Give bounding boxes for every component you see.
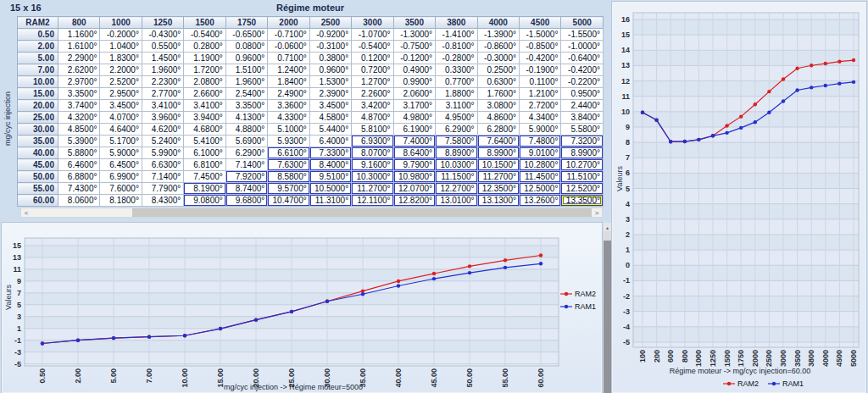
map-cell[interactable]: 3.8400° <box>561 112 604 124</box>
map-cell[interactable]: 8.4000° <box>309 159 351 171</box>
map-cell[interactable]: 4.6800° <box>184 124 225 136</box>
map-cell[interactable]: 2.7200° <box>519 100 560 112</box>
map-cell[interactable]: 4.9800° <box>393 112 435 124</box>
map-cell[interactable]: 5.9000° <box>100 147 142 159</box>
map-cell[interactable]: 3.7400° <box>58 100 100 112</box>
column-header[interactable]: 1250 <box>142 17 183 29</box>
map-cell[interactable]: 3.9400° <box>184 112 225 124</box>
row-header[interactable]: 60.00 <box>18 195 58 207</box>
row-header[interactable]: 25.00 <box>18 112 58 124</box>
scroll-left-button[interactable]: < <box>21 208 31 217</box>
map-cell[interactable]: 6.9900° <box>100 171 142 183</box>
map-cell[interactable]: 11.1500° <box>436 171 477 183</box>
map-cell[interactable]: 2.0800° <box>184 76 225 88</box>
map-cell[interactable]: 1.5100° <box>225 64 267 76</box>
map-cell[interactable]: -0.4200° <box>561 64 604 76</box>
map-cell[interactable]: -0.4300° <box>142 29 183 41</box>
map-cell[interactable]: 7.9200° <box>225 171 267 183</box>
map-cell[interactable]: 7.4300° <box>58 183 100 195</box>
map-cell[interactable]: 7.6000° <box>100 183 142 195</box>
map-cell[interactable]: 10.0300° <box>436 159 477 171</box>
map-cell[interactable]: 8.1900° <box>184 183 225 195</box>
map-cell[interactable]: -0.9200° <box>309 29 351 41</box>
map-cell[interactable]: 2.5200° <box>100 76 142 88</box>
map-cell[interactable]: 1.8800° <box>436 88 477 100</box>
map-cell[interactable]: 6.4500° <box>100 159 142 171</box>
map-cell[interactable]: 11.2700° <box>352 183 393 195</box>
map-cell[interactable]: 8.9900° <box>561 147 604 159</box>
column-header[interactable]: 2000 <box>268 17 309 29</box>
map-cell[interactable]: -0.6500° <box>225 29 267 41</box>
scroll-up-button[interactable]: ▴ <box>604 223 611 231</box>
map-cell[interactable]: 4.6400° <box>100 124 142 136</box>
row-header[interactable]: 50.00 <box>18 171 58 183</box>
vertical-scrollbar-thumb[interactable] <box>604 241 611 393</box>
row-header[interactable]: 20.00 <box>18 100 58 112</box>
map-cell[interactable]: -0.4200° <box>519 53 560 64</box>
row-header[interactable]: 10.00 <box>18 76 58 88</box>
column-header[interactable]: 4000 <box>477 17 519 29</box>
map-cell[interactable]: 13.2600° <box>519 195 560 207</box>
map-cell[interactable]: 12.5200° <box>561 183 604 195</box>
map-cell[interactable]: 11.3100° <box>309 195 351 207</box>
row-header[interactable]: 0.50 <box>18 29 58 41</box>
map-cell[interactable]: 1.0400° <box>100 41 142 53</box>
map-cell[interactable]: 2.3900° <box>309 88 351 100</box>
map-cell[interactable]: 7.6400° <box>477 136 519 147</box>
column-header[interactable]: 1000 <box>100 17 142 29</box>
map-cell[interactable]: 0.2800° <box>184 41 225 53</box>
map-cell[interactable]: 4.3400° <box>519 112 560 124</box>
map-cell[interactable]: 5.9000° <box>519 124 560 136</box>
map-cell[interactable]: 3.0800° <box>477 100 519 112</box>
map-cell[interactable]: 9.7900° <box>393 159 435 171</box>
map-cell[interactable]: 3.3600° <box>268 100 309 112</box>
map-cell[interactable]: 8.4300° <box>142 195 183 207</box>
map-cell[interactable]: 12.2700° <box>436 183 477 195</box>
map-cell[interactable]: 2.9500° <box>100 88 142 100</box>
column-header[interactable]: 3800 <box>436 17 477 29</box>
map-cell[interactable]: 10.3000° <box>352 171 393 183</box>
map-cell[interactable]: 9.1600° <box>352 159 393 171</box>
map-cell[interactable]: 0.7100° <box>268 53 309 64</box>
map-cell[interactable]: 9.6800° <box>225 195 267 207</box>
map-cell[interactable]: 10.9800° <box>393 171 435 183</box>
map-cell[interactable]: 1.9600° <box>225 76 267 88</box>
map-cell[interactable]: 5.1000° <box>268 124 309 136</box>
map-name-cell[interactable]: RAM2 <box>18 17 58 29</box>
map-cell[interactable]: 3.4100° <box>184 100 225 112</box>
map-cell[interactable]: 5.4400° <box>309 124 351 136</box>
map-cell[interactable]: 13.3500° <box>561 195 604 207</box>
map-cell[interactable]: 5.4100° <box>184 136 225 147</box>
row-header[interactable]: 15.00 <box>18 88 58 100</box>
map-cell[interactable]: 5.9900° <box>142 147 183 159</box>
map-cell[interactable]: 2.6200° <box>58 64 100 76</box>
map-cell[interactable]: -0.7500° <box>393 41 435 53</box>
map-cell[interactable]: -0.1200° <box>393 53 435 64</box>
map-cell[interactable]: 4.8500° <box>58 124 100 136</box>
row-header[interactable]: 55.00 <box>18 183 58 195</box>
row-header[interactable]: 2.00 <box>18 41 58 53</box>
map-cell[interactable]: 1.4500° <box>142 53 183 64</box>
map-cell[interactable]: -1.0000° <box>561 41 604 53</box>
map-cell[interactable]: 1.1600° <box>58 29 100 41</box>
map-cell[interactable]: -0.5400° <box>184 29 225 41</box>
map-cell[interactable]: 6.8100° <box>184 159 225 171</box>
row-header[interactable]: 45.00 <box>18 159 58 171</box>
map-cell[interactable]: 6.2900° <box>225 147 267 159</box>
map-cell[interactable]: 5.8100° <box>352 124 393 136</box>
map-cell[interactable]: 0.9500° <box>561 88 604 100</box>
map-cell[interactable]: 8.1800° <box>100 195 142 207</box>
map-cell[interactable]: 10.4700° <box>268 195 309 207</box>
map-cell[interactable]: 6.2900° <box>436 124 477 136</box>
map-cell[interactable]: 11.4500° <box>519 171 560 183</box>
map-cell[interactable]: 1.2400° <box>268 64 309 76</box>
map-cell[interactable]: 8.9900° <box>477 147 519 159</box>
map-cell[interactable]: 2.2600° <box>352 88 393 100</box>
map-cell[interactable]: 3.9600° <box>142 112 183 124</box>
map-cell[interactable]: 5.6900° <box>225 136 267 147</box>
map-cell[interactable]: 0.3300° <box>436 64 477 76</box>
map-cell[interactable]: 2.7700° <box>142 88 183 100</box>
map-cell[interactable]: -0.6400° <box>561 53 604 64</box>
map-cell[interactable]: 5.5800° <box>561 124 604 136</box>
map-cell[interactable]: -0.1900° <box>519 64 560 76</box>
